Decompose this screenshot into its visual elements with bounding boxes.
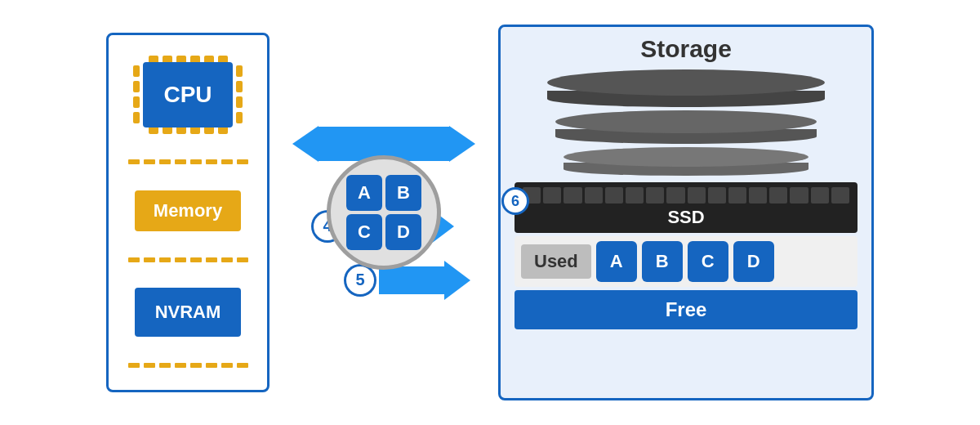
horizontal-pins-3 [128, 363, 248, 368]
disk-stack [509, 69, 863, 179]
pin [236, 65, 243, 77]
stripe [626, 187, 644, 204]
disk-1 [547, 69, 825, 107]
pin [176, 128, 186, 134]
pin [218, 56, 228, 62]
abcd-cell-c: C [346, 214, 382, 250]
pin [236, 112, 243, 123]
pin [133, 96, 140, 108]
nvram-chip: NVRAM [135, 288, 241, 337]
used-row: Used A B C D [514, 236, 858, 287]
pin [159, 363, 171, 368]
disk-top-3 [564, 147, 808, 167]
arrow-5-body [379, 266, 444, 294]
pin [175, 257, 186, 262]
ssd-section: 6 SSD [514, 182, 858, 233]
left-panel: CPU [106, 33, 270, 392]
pin [206, 363, 217, 368]
pin [133, 65, 140, 77]
pin [128, 363, 140, 368]
right-panel: Storage 6 [498, 25, 874, 400]
stripe [543, 187, 561, 204]
disk-2 [555, 110, 817, 144]
pin [149, 128, 158, 134]
used-abcd-b: B [642, 241, 683, 282]
cpu-component: CPU [133, 56, 243, 134]
horizontal-pins [128, 159, 248, 164]
cpu-label: CPU [163, 82, 212, 108]
pin [190, 363, 202, 368]
pin [190, 257, 202, 262]
stripe [585, 187, 603, 204]
pin [128, 257, 140, 262]
pin [144, 159, 155, 164]
pin [149, 56, 158, 62]
stripe [688, 187, 706, 204]
pin [237, 363, 248, 368]
horizontal-pins-2 [128, 257, 248, 262]
pin [221, 257, 233, 262]
arrow-left-head [292, 126, 318, 162]
stripe [666, 187, 684, 204]
abcd-grid: A B C D [346, 175, 421, 250]
stripe [831, 187, 849, 204]
pin [190, 128, 200, 134]
pin [221, 159, 233, 164]
pin [204, 56, 214, 62]
abcd-cell-a: A [346, 175, 382, 211]
arrow-5-head [444, 261, 470, 300]
disk-top-2 [555, 110, 817, 133]
pin [159, 257, 171, 262]
cpu-chip: CPU [143, 62, 233, 128]
pin [163, 56, 172, 62]
ssd-label: SSD [523, 207, 849, 228]
diagram: CPU [106, 25, 874, 400]
arrow-right-head [449, 126, 475, 162]
memory-label: Memory [154, 200, 222, 221]
pin [206, 257, 217, 262]
pin [175, 159, 186, 164]
pin [237, 159, 248, 164]
pin [237, 257, 248, 262]
pin [204, 128, 214, 134]
stripe [564, 187, 581, 204]
pin [144, 363, 155, 368]
pin [236, 81, 243, 92]
pin [190, 159, 202, 164]
stripe [708, 187, 726, 204]
pin [221, 363, 233, 368]
nvram-label: NVRAM [155, 302, 221, 323]
number-5-badge: 5 [346, 266, 374, 294]
ssd-stripes [523, 187, 849, 204]
pin [218, 128, 228, 134]
abcd-cell-b: B [385, 175, 421, 211]
connector-area: 4 A B C D 5 [270, 33, 498, 392]
stripe [749, 187, 767, 204]
used-abcd-a: A [596, 241, 637, 282]
pin [133, 112, 140, 123]
disk-3 [564, 147, 808, 176]
pin [144, 257, 155, 262]
pin [163, 128, 172, 134]
stripe [769, 187, 787, 204]
pin [206, 159, 217, 164]
stripe [811, 187, 829, 204]
used-abcd-c: C [688, 241, 728, 282]
pin [128, 159, 140, 164]
stripe [728, 187, 746, 204]
disk-top [547, 69, 825, 96]
abcd-circle: A B C D [327, 155, 441, 270]
stripe [646, 187, 664, 204]
used-label: Used [521, 244, 591, 279]
pin [133, 81, 140, 92]
pin [176, 56, 186, 62]
pin [236, 96, 243, 108]
stripe [605, 187, 623, 204]
used-abcd-d: D [733, 241, 774, 282]
memory-component: Memory [135, 190, 241, 231]
stripe [790, 187, 808, 204]
abcd-cell-d: D [385, 214, 421, 250]
free-row: Free [514, 290, 858, 329]
pin [159, 159, 171, 164]
free-label: Free [666, 298, 707, 321]
